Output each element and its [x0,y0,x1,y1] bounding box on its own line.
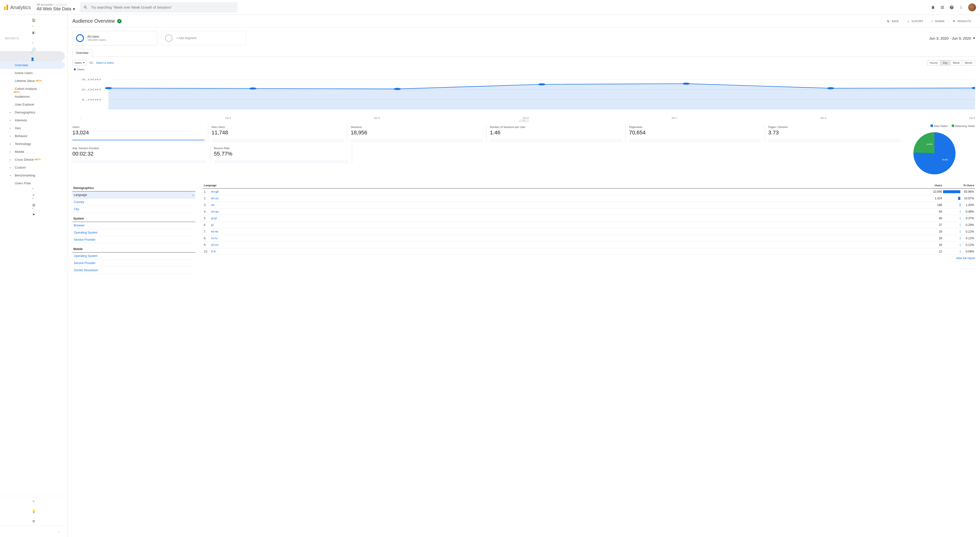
chevron-down-icon: ▾ [73,6,75,12]
dim-language[interactable]: Language▸ [72,191,196,199]
select-metric-link[interactable]: Select a metric [96,61,114,64]
ga-logo[interactable]: Analytics [4,5,37,10]
svg-point-11 [683,83,690,85]
nav-audience-overview[interactable]: Overview [0,61,65,69]
gran-hourly[interactable]: Hourly [928,60,940,65]
line-chart[interactable]: 3,000 2,000 1,000 [72,72,975,109]
metric-pages-session[interactable]: Pages / Session3.73 [768,124,904,142]
nav-realtime[interactable]: ▸🕓Realtime [0,41,67,51]
nav-active-users[interactable]: Active Users [0,69,67,77]
chevron-down-icon: ▾ [973,36,975,40]
nav-discover[interactable]: 💡Discover [0,506,67,516]
left-nav: 🏠Home ▸◧Customization REPORTS ▸🕓Realtime… [0,15,67,537]
dim-city[interactable]: City [72,206,196,213]
table-row[interactable]: 1.en-gb10,89583.96% [203,189,975,195]
gran-day[interactable]: Day [940,60,950,65]
table-row[interactable]: 4.en-au640.49% [203,208,975,215]
dim-sp[interactable]: Service Provider [72,236,196,243]
sparkline [212,137,344,142]
share-button[interactable]: <SHARE [928,20,949,23]
metric-pageviews[interactable]: Pageviews70,654 [629,124,765,142]
table-row[interactable]: 5.pl-pl480.37% [203,215,975,222]
collapse-nav[interactable]: ‹ [0,526,67,537]
granularity-toggle: Hourly Day Week Month [927,60,975,65]
metric-scorecards: Users13,024New Users11,748Sessions18,956… [72,124,904,178]
table-row[interactable]: 2.en-us1,42410.97% [203,195,975,202]
dim-m-sr[interactable]: Screen Resolution [72,267,196,274]
metric-picker[interactable]: Users▾ [72,60,87,65]
table-row[interactable]: 8.ru-ru160.12% [203,235,975,241]
apps-icon[interactable] [940,5,945,10]
metric-users[interactable]: Users13,024 [72,124,208,142]
download-icon: ⭳ [907,20,910,23]
insights-button[interactable]: ֎INSIGHTS [948,20,975,23]
nav-attribution[interactable]: ౿AttributionBETA [0,496,67,506]
segment-all-users[interactable]: All Users 100.00% Users [72,31,157,45]
search[interactable] [80,2,237,13]
segment-icon [76,34,84,42]
more-icon[interactable] [959,5,963,10]
nav-customization[interactable]: ▸◧Customization [0,25,67,35]
avatar[interactable] [968,3,976,11]
nav-audiences[interactable]: Audiences [0,92,67,100]
dim-country[interactable]: Country [72,199,196,206]
table-row[interactable]: 10.fr-fr120.09% [203,248,975,255]
pie-legend: New Visitor Returning Visitor [911,124,975,127]
notifications-icon[interactable] [931,5,935,10]
gran-month[interactable]: Month [962,60,975,65]
pie-chart[interactable]: 24.4% 75.6% [911,130,958,177]
nav-demographics[interactable]: ▸Demographics [0,108,67,116]
chevron-left-icon: ‹ [59,530,60,533]
drag-handle[interactable]: ▾ [519,119,529,122]
save-icon: 🖫 [887,20,889,23]
table-row[interactable]: 3.en1861.43% [203,202,975,208]
insights-icon: ֎ [953,20,955,23]
nav-geo[interactable]: ▸Geo [0,124,67,132]
search-input[interactable] [91,5,234,10]
dim-m-sp[interactable]: Service Provider [72,260,196,267]
view-selector[interactable]: All Web Site Data▾ [37,6,75,12]
nav-lifetime-value[interactable]: Lifetime ValueBETA [0,77,67,85]
nav-cohort-analysis[interactable]: Cohort AnalysisBETA [0,85,67,92]
metric-new-users[interactable]: New Users11,748 [212,124,347,142]
table-row[interactable]: 7.es-es160.12% [203,229,975,235]
dim-m-os[interactable]: Operating System [72,253,196,260]
nav-audience[interactable]: ▾👤Audience [0,51,65,61]
dim-cat-system: System [72,215,196,222]
nav-home[interactable]: 🏠Home [0,15,67,25]
date-range-picker[interactable]: Jun 3, 2020 - Jun 9, 2020▾ [929,31,975,45]
svg-text:75.6%: 75.6% [942,159,948,161]
nav-user-explorer[interactable]: User Explorer [0,100,67,108]
chart-legend: Users [74,68,975,71]
nav-interests[interactable]: ▸Interests [0,116,67,124]
nav-users-flow[interactable]: Users Flow [0,179,67,187]
metric-bounce-rate[interactable]: Bounce Rate55.77% [214,146,352,163]
nav-cross-device[interactable]: ▸Cross DeviceBETA [0,156,67,164]
nav-mobile[interactable]: ▸Mobile [0,148,67,156]
export-button[interactable]: ⭳EXPORT [903,20,928,23]
nav-technology[interactable]: ▸Technology [0,140,67,148]
nav-reports-label: REPORTS [0,35,67,41]
table-row[interactable]: 9.zh-cn160.12% [203,241,975,248]
svg-point-10 [538,83,546,86]
nav-acquisition[interactable]: ▸➣Acquisition [0,187,67,197]
dim-browser[interactable]: Browser [72,222,196,229]
help-icon[interactable] [950,5,954,10]
table-row[interactable]: 6.pl370.29% [203,222,975,229]
nav-admin[interactable]: ⚙Admin [0,516,67,526]
metric-sessions[interactable]: Sessions18,956 [351,124,487,142]
add-segment[interactable]: + Add Segment [161,31,246,45]
nav-behavior-sub[interactable]: ▸Behavior [0,132,67,140]
nav-conversions[interactable]: ▸⚑Conversions [0,207,67,216]
nav-custom[interactable]: ▸Custom [0,164,67,171]
dim-os[interactable]: Operating System [72,229,196,236]
metric-number-of-sessions-per-user[interactable]: Number of Sessions per User1.46 [490,124,626,142]
nav-behavior[interactable]: ▸▥Behavior [0,197,67,207]
gran-week[interactable]: Week [950,60,962,65]
nav-benchmarking[interactable]: ▸Benchmarking [0,171,67,179]
save-button[interactable]: 🖫SAVE [883,20,903,23]
metric-avg-session-duration[interactable]: Avg. Session Duration00:02:32 [72,146,210,163]
breadcrumb[interactable]: All accounts › xxxxxxxx [37,3,75,6]
view-full-report-link[interactable]: view full report [956,256,975,260]
tab-overview[interactable]: Overview [72,49,92,57]
